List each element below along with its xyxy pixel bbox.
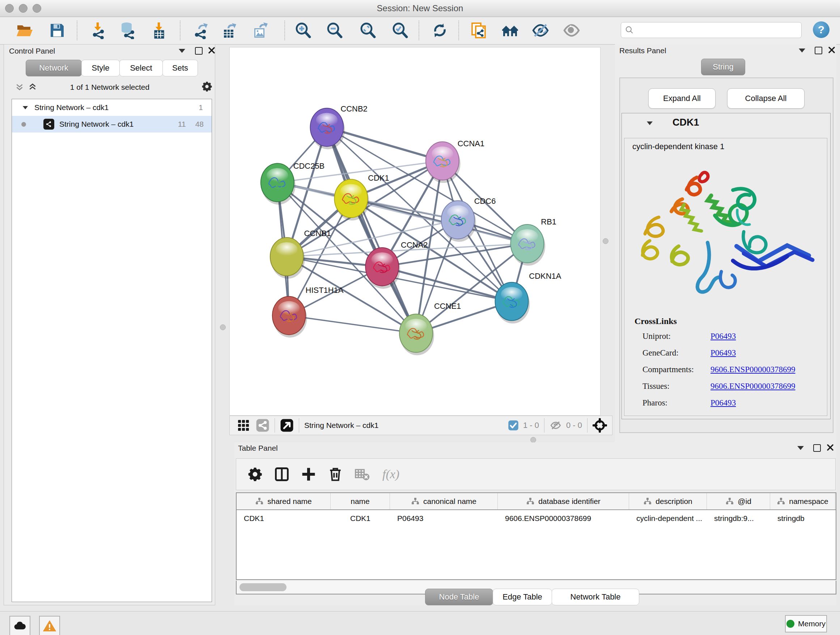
zoom-selected-button[interactable]	[392, 22, 409, 39]
hidden-eye-icon[interactable]	[549, 419, 562, 432]
tab-network-table[interactable]: Network Table	[552, 589, 639, 605]
search-field[interactable]	[621, 22, 802, 38]
delete-table-icon[interactable]	[354, 466, 370, 482]
network-collection-row[interactable]: String Network – cdk1 1	[12, 99, 212, 116]
table-cell[interactable]: CDK1	[237, 510, 331, 526]
expand-all-button[interactable]: Expand All	[648, 88, 715, 109]
results-panel-collapse-icon[interactable]	[799, 49, 805, 52]
zoom-out-button[interactable]	[326, 22, 343, 39]
results-panel-float-icon[interactable]	[815, 47, 822, 54]
protein-collapse-icon[interactable]	[647, 122, 653, 125]
tab-sets[interactable]: Sets	[163, 60, 198, 76]
crosslink-pharos-link[interactable]: P06493	[711, 398, 736, 408]
bottom-divider-handle[interactable]	[531, 437, 536, 443]
cloud-button[interactable]	[9, 616, 30, 635]
zoom-in-button[interactable]	[294, 22, 312, 39]
network-row-selected[interactable]: String Network – cdk1 11 48	[12, 116, 212, 133]
column-header-description[interactable]: description	[629, 493, 707, 509]
open-in-window-icon[interactable]	[280, 418, 294, 432]
table-cell[interactable]: P06493	[390, 510, 498, 526]
function-builder-icon[interactable]: f(x)	[382, 467, 399, 481]
center-view-icon[interactable]	[592, 418, 607, 432]
save-session-button[interactable]	[49, 22, 66, 39]
node-CCNA1[interactable]: CCNA1	[426, 139, 485, 183]
export-network-button[interactable]	[193, 22, 210, 39]
help-button[interactable]: ?	[813, 21, 829, 38]
right-divider-handle[interactable]	[603, 238, 608, 244]
node-label-CDK1: CDK1	[368, 173, 389, 182]
grid-view-icon[interactable]	[237, 419, 250, 432]
delete-column-icon[interactable]	[327, 466, 343, 482]
control-panel-collapse-icon[interactable]	[179, 49, 185, 53]
edge-CCNE1-HIST1H1A[interactable]	[289, 316, 416, 333]
search-input[interactable]	[634, 26, 791, 35]
column-header--id[interactable]: @id	[707, 493, 770, 509]
tab-string[interactable]: String	[701, 59, 745, 75]
table-cell[interactable]: 9606.ENSP00000378699	[498, 510, 629, 526]
table-panel-float-icon[interactable]	[813, 444, 821, 452]
refresh-layout-button[interactable]	[431, 22, 448, 39]
add-column-icon[interactable]	[301, 466, 317, 482]
title-bar: Session: New Session	[0, 0, 840, 17]
tab-node-table[interactable]: Node Table	[425, 589, 493, 605]
table-options-gear-icon[interactable]	[247, 466, 263, 482]
table-panel-collapse-icon[interactable]	[797, 446, 804, 450]
clone-network-button[interactable]	[470, 22, 487, 39]
node-table[interactable]: shared namenamecanonical namedatabase id…	[236, 492, 836, 580]
table-cell[interactable]: stringdb:9...	[707, 510, 770, 526]
node-CDC6[interactable]: CDC6	[441, 196, 496, 242]
node-CCNE1[interactable]: CCNE1	[399, 302, 461, 356]
collection-expand-icon[interactable]	[23, 106, 28, 109]
network-share-icon[interactable]	[256, 418, 270, 432]
export-table-button[interactable]	[220, 22, 238, 39]
birds-eye-view-button[interactable]	[563, 22, 580, 39]
selected-checkbox-icon[interactable]	[508, 420, 519, 431]
node-CDC25B[interactable]: CDC25B	[261, 162, 325, 204]
tab-edge-table[interactable]: Edge Table	[493, 589, 552, 605]
home-networks-button[interactable]	[501, 22, 519, 39]
control-panel-float-icon[interactable]	[195, 47, 202, 55]
memory-button[interactable]: Memory	[785, 615, 827, 632]
table-cell[interactable]: stringdb	[770, 510, 835, 526]
node-CDK1[interactable]: CDK1	[334, 173, 389, 220]
node-label-CCNA1: CCNA1	[458, 139, 485, 148]
table-row[interactable]: CDK1CDK1P064939606.ENSP00000378699cyclin…	[237, 510, 836, 526]
tab-style[interactable]: Style	[81, 60, 120, 76]
table-cell[interactable]: cyclin-dependent ...	[629, 510, 707, 526]
results-panel-close-icon[interactable]	[829, 47, 835, 53]
node-label-CCNB2: CCNB2	[340, 104, 367, 113]
tab-network[interactable]: Network	[26, 60, 82, 76]
network-options-gear-icon[interactable]	[201, 81, 213, 92]
open-session-button[interactable]	[16, 22, 33, 39]
tab-select[interactable]: Select	[119, 60, 163, 76]
node-CCNB2[interactable]: CCNB2	[310, 104, 368, 149]
import-network-database-button[interactable]	[118, 22, 136, 39]
zoom-fit-button[interactable]	[359, 22, 377, 39]
column-header-canonical-name[interactable]: canonical name	[390, 493, 498, 509]
node-RB1[interactable]: RB1	[510, 217, 556, 266]
export-image-button[interactable]	[251, 22, 269, 39]
crosslink-genecard-link[interactable]: P06493	[711, 348, 736, 358]
crosslink-tissues-link[interactable]: 9606.ENSP00000378699	[711, 382, 796, 391]
control-panel-close-icon[interactable]	[208, 47, 215, 54]
toggle-graphics-details-button[interactable]	[532, 22, 549, 39]
node-CDKN1A[interactable]: CDKN1A	[495, 272, 561, 324]
table-cell[interactable]: CDK1	[331, 510, 390, 526]
show-columns-icon[interactable]	[274, 466, 290, 482]
node-HIST1H1A[interactable]: HIST1H1A	[272, 286, 344, 338]
import-network-file-button[interactable]	[89, 22, 106, 39]
warnings-button[interactable]	[39, 616, 60, 635]
network-view[interactable]: CCNB2CCNA1CDC25BCDK1CDC6RB1CCNB1CCNA2CDK…	[229, 47, 600, 416]
column-header-namespace[interactable]: namespace	[770, 493, 835, 509]
network-graph[interactable]: CCNB2CCNA1CDC25BCDK1CDC6RB1CCNB1CCNA2CDK…	[230, 48, 600, 415]
collapse-all-button[interactable]: Collapse All	[727, 88, 805, 109]
left-divider-handle[interactable]	[220, 325, 226, 330]
import-table-button[interactable]	[150, 22, 167, 39]
table-hscrollbar-thumb[interactable]	[240, 583, 286, 591]
crosslink-compartments-link[interactable]: 9606.ENSP00000378699	[711, 365, 796, 374]
table-panel-close-icon[interactable]	[827, 444, 834, 451]
column-header-shared-name[interactable]: shared name	[237, 493, 331, 509]
crosslink-uniprot-link[interactable]: P06493	[711, 332, 736, 341]
column-header-database-identifier[interactable]: database identifier	[498, 493, 629, 509]
column-header-name[interactable]: name	[331, 493, 390, 509]
